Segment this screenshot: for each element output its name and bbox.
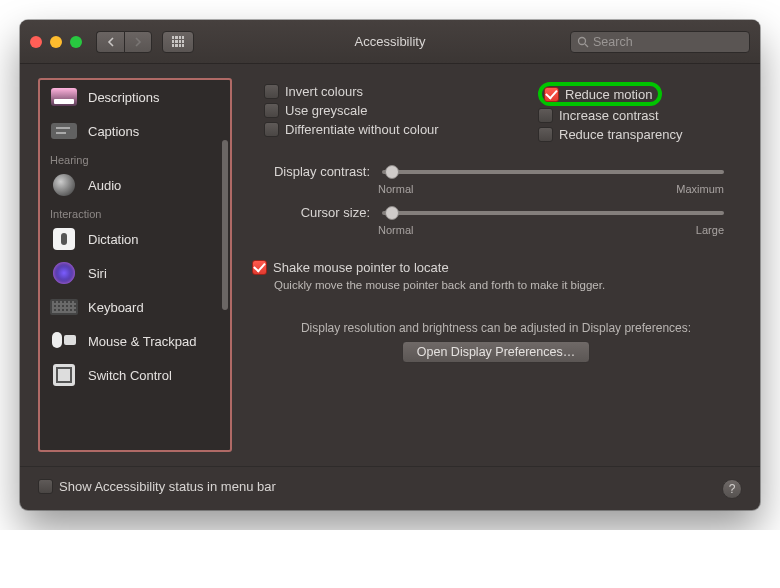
checkbox-label: Reduce transparency [559,127,683,142]
titlebar: Accessibility Search [20,20,760,64]
checkbox-label: Show Accessibility status in menu bar [59,479,276,494]
checkbox-label: Invert colours [285,84,363,99]
window-title: Accessibility [355,34,426,49]
minimize-window-button[interactable] [50,36,62,48]
accessibility-preferences-window: Accessibility Search Descriptions Captio… [20,20,760,510]
siri-icon [53,262,75,284]
cursor-size-slider-row: Cursor size: [250,205,728,220]
checkbox-icon [264,103,279,118]
checkbox-icon [38,479,53,494]
microphone-icon [53,228,75,250]
cursor-size-captions: Normal Large [378,224,724,236]
mouse-trackpad-icon [52,332,76,350]
chevron-right-icon [134,37,142,47]
sidebar-item-label: Descriptions [88,90,160,105]
slider-max-label: Maximum [676,183,724,195]
sidebar: Descriptions Captions Hearing Audio Inte… [38,78,232,452]
help-button[interactable]: ? [722,479,742,499]
checkbox-icon [544,87,559,102]
slider-thumb[interactable] [385,165,399,179]
speaker-icon [53,174,75,196]
checkbox-label: Reduce motion [565,87,652,102]
sidebar-item-label: Switch Control [88,368,172,383]
checkbox-show-status-menu-bar[interactable]: Show Accessibility status in menu bar [38,477,276,496]
close-window-button[interactable] [30,36,42,48]
slider-min-label: Normal [378,183,413,195]
display-contrast-slider[interactable] [382,170,724,174]
main-panel: Invert colours Use greyscale Differentia… [250,78,742,452]
back-button[interactable] [96,31,124,53]
checkbox-label: Shake mouse pointer to locate [273,260,449,275]
window-controls [30,36,82,48]
checkbox-reduce-transparency[interactable]: Reduce transparency [538,125,728,144]
display-contrast-captions: Normal Maximum [378,183,724,195]
sidebar-item-dictation[interactable]: Dictation [40,222,230,256]
checkbox-shake-mouse[interactable]: Shake mouse pointer to locate [252,258,740,277]
footer: Show Accessibility status in menu bar ? [20,466,760,510]
captions-icon [51,123,77,139]
checkbox-icon [252,260,267,275]
sidebar-item-switch-control[interactable]: Switch Control [40,358,230,392]
sidebar-item-label: Mouse & Trackpad [88,334,196,349]
cursor-size-label: Cursor size: [250,205,370,220]
search-placeholder: Search [593,35,633,49]
chevron-left-icon [107,37,115,47]
nav-buttons [96,31,152,53]
sidebar-item-label: Siri [88,266,107,281]
sidebar-item-keyboard[interactable]: Keyboard [40,290,230,324]
cursor-size-slider[interactable] [382,211,724,215]
sidebar-item-mouse-trackpad[interactable]: Mouse & Trackpad [40,324,230,358]
display-prefs-note: Display resolution and brightness can be… [250,321,742,363]
sidebar-category-interaction: Interaction [40,202,230,222]
switch-control-icon [53,364,75,386]
checkbox-use-greyscale[interactable]: Use greyscale [264,101,508,120]
display-prefs-text: Display resolution and brightness can be… [250,321,742,335]
sidebar-item-label: Dictation [88,232,139,247]
checkbox-icon [264,122,279,137]
checkbox-icon [538,127,553,142]
sidebar-item-label: Captions [88,124,139,139]
slider-min-label: Normal [378,224,413,236]
checkbox-label: Use greyscale [285,103,367,118]
slider-max-label: Large [696,224,724,236]
checkbox-label: Increase contrast [559,108,659,123]
sidebar-item-descriptions[interactable]: Descriptions [40,80,230,114]
sidebar-item-captions[interactable]: Captions [40,114,230,148]
slider-thumb[interactable] [385,206,399,220]
forward-button[interactable] [124,31,152,53]
checkbox-label: Differentiate without colour [285,122,439,137]
checkbox-invert-colours[interactable]: Invert colours [264,82,508,101]
checkbox-icon [264,84,279,99]
shake-mouse-description: Quickly move the mouse pointer back and … [274,279,740,291]
sidebar-item-siri[interactable]: Siri [40,256,230,290]
search-input[interactable]: Search [570,31,750,53]
open-display-preferences-button[interactable]: Open Display Preferences… [402,341,590,363]
sidebar-item-audio[interactable]: Audio [40,168,230,202]
content: Descriptions Captions Hearing Audio Inte… [20,64,760,466]
checkbox-icon [538,108,553,123]
display-contrast-slider-row: Display contrast: [250,164,728,179]
checkbox-reduce-motion[interactable]: Reduce motion [544,85,652,104]
checkbox-increase-contrast[interactable]: Increase contrast [538,106,728,125]
zoom-window-button[interactable] [70,36,82,48]
grid-icon [172,36,184,48]
sidebar-item-label: Audio [88,178,121,193]
display-contrast-label: Display contrast: [250,164,370,179]
sidebar-category-hearing: Hearing [40,148,230,168]
reduce-motion-highlight: Reduce motion [538,82,662,106]
checkbox-differentiate-without-colour[interactable]: Differentiate without colour [264,120,508,139]
search-icon [577,36,589,48]
keyboard-icon [50,299,78,315]
svg-line-1 [585,44,588,47]
svg-point-0 [579,37,586,44]
show-all-button[interactable] [162,31,194,53]
descriptions-icon [51,88,77,106]
sidebar-item-label: Keyboard [88,300,144,315]
sidebar-scrollbar[interactable] [222,140,228,310]
